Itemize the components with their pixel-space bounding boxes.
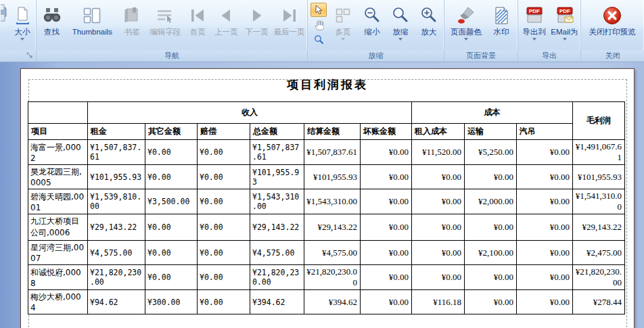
last-page-button[interactable]: 最后一页 (272, 2, 306, 37)
group-label-zoom: 放缩 (308, 50, 444, 62)
amount-cell: ¥116.18 (412, 290, 465, 314)
edit-fields-button[interactable]: 编辑字段 (146, 2, 185, 37)
amount-cell: ¥4,575.00 (250, 241, 304, 265)
amount-cell: ¥0.00 (517, 140, 573, 165)
ribbon-group-navigation: 查找 Thumbnails (37, 0, 308, 62)
amount-cell: ¥0.00 (465, 290, 517, 314)
page-size-button[interactable]: 大小 (9, 2, 35, 41)
thumbnails-icon (83, 3, 101, 28)
button-label: EMail为 (551, 28, 578, 37)
amount-cell: ¥0.00 (145, 265, 198, 290)
amount-cell: ¥4,575.00 (88, 241, 145, 265)
amount-cell: ¥300.00 (145, 290, 198, 314)
report-title: 项目利润报表 (21, 77, 634, 93)
button-label: 放大 (421, 28, 437, 37)
table-row: 昊龙花园三期,0005¥101,955.93¥0.00¥0.00¥101,955… (28, 165, 625, 189)
amount-cell: ¥0.00 (361, 241, 412, 265)
page-color-button[interactable]: 页面颜色 (445, 2, 487, 41)
thumbnails-button[interactable]: Thumbnails (66, 2, 118, 37)
zoom-region-tool[interactable] (310, 32, 327, 47)
chevron-down-icon (464, 38, 468, 41)
amount-cell: ¥1,543,310.00 (304, 189, 361, 214)
project-cell: 星河湾三期,0007 (28, 241, 88, 265)
pan-hand-tool[interactable] (310, 18, 327, 32)
page-color-icon (456, 3, 476, 28)
table-row: 梅沙大桥,0004¥94.62¥300.00¥0.00¥394.62¥394.6… (28, 290, 625, 314)
watermark-button[interactable]: 水印 (487, 2, 515, 37)
column-header: 结算金额 (304, 124, 361, 140)
zoom-out-button[interactable]: 缩小 (358, 2, 386, 37)
multi-page-button[interactable]: 多页 (328, 2, 358, 41)
column-header: 运输 (465, 124, 517, 140)
select-pointer-tool[interactable] (310, 3, 327, 17)
amount-cell: ¥101,955.93 (573, 165, 625, 189)
amount-cell: ¥11,520.00 (412, 140, 465, 165)
column-header: 租金 (88, 124, 145, 140)
chevron-down-icon (341, 38, 345, 41)
income-group-header: 收入 (88, 102, 412, 124)
table-row: 星河湾三期,0007¥4,575.00¥0.00¥0.00¥4,575.00¥4… (28, 241, 625, 265)
bookmarks-button[interactable]: 书签 (118, 2, 146, 37)
project-cell: 海富一景,0002 (28, 140, 88, 165)
svg-text:PDF: PDF (559, 8, 570, 14)
zoom-in-button[interactable]: 放大 (415, 2, 443, 37)
book-bookmark-icon (122, 3, 141, 28)
watermark-icon (492, 3, 510, 28)
project-cell: 梅沙大桥,0004 (28, 290, 88, 314)
chevron-down-icon (563, 38, 567, 41)
pdf-export-icon: PDF (524, 3, 545, 28)
button-label: 编辑字段 (150, 28, 181, 37)
amount-cell: ¥1,539,810.00 (88, 189, 145, 214)
zoom-button[interactable]: 放缩 (386, 2, 415, 41)
dialog-launcher-icon[interactable] (26, 51, 34, 62)
prev-page-button[interactable]: 上一页 (211, 2, 242, 37)
ribbon-toolbar: 大小 (0, 0, 644, 62)
last-page-icon (281, 3, 298, 28)
ribbon-group-print: 大小 (0, 0, 37, 62)
amount-cell: ¥278.44 (573, 290, 625, 314)
column-header: 其它金额 (145, 124, 198, 140)
zoom-out-icon (363, 3, 382, 28)
amount-cell: ¥0.00 (145, 241, 198, 265)
amount-cell: ¥94.62 (88, 290, 145, 314)
email-as-button[interactable]: PDF EMail为 (549, 2, 580, 41)
amount-cell: ¥0.00 (145, 165, 198, 189)
project-cell: 碧海天晴园,0001 (28, 189, 88, 214)
amount-cell: ¥2,100.00 (465, 241, 517, 265)
first-page-button[interactable]: 首页 (185, 2, 211, 37)
amount-cell: ¥3,500.00 (145, 189, 198, 214)
button-label: 页面颜色 (451, 28, 482, 37)
amount-cell: ¥0.00 (198, 140, 250, 165)
button-label: 放缩 (393, 28, 409, 37)
next-page-button[interactable]: 下一页 (242, 2, 272, 37)
close-print-preview-button[interactable]: 关闭打印预览 (582, 2, 643, 37)
export-to-button[interactable]: PDF 导出到 (519, 2, 549, 41)
amount-cell: ¥0.00 (361, 140, 412, 165)
amount-cell: ¥0.00 (465, 265, 517, 290)
column-header: 坏账金额 (361, 124, 412, 140)
amount-cell: ¥0.00 (145, 214, 198, 241)
amount-cell: ¥0.00 (361, 265, 412, 290)
find-button[interactable]: 查找 (37, 2, 66, 37)
group-label-navigation: 导航 (37, 50, 307, 62)
ribbon-group-zoom: 多页 缩小 (308, 0, 444, 62)
group-label-export: 导出 (518, 50, 580, 62)
column-header: 租入成本 (412, 124, 465, 140)
ribbon-group-close: 关闭打印预览 关闭 (581, 0, 644, 62)
amount-cell: ¥4,575.00 (304, 241, 361, 265)
amount-cell: ¥29,143.22 (88, 214, 145, 241)
amount-cell: ¥0.00 (198, 214, 250, 241)
close-icon (602, 3, 622, 28)
amount-cell: ¥0.00 (361, 290, 412, 314)
amount-cell: ¥21,820,230.00 (573, 265, 625, 290)
group-label-page-background: 页面背景 (444, 50, 518, 62)
column-header: 汽吊 (517, 124, 573, 140)
amount-cell: ¥0.00 (412, 165, 465, 189)
amount-cell: ¥0.00 (517, 265, 573, 290)
cost-group-header: 成本 (412, 102, 573, 124)
column-header: 赔偿 (198, 124, 250, 140)
amount-cell: ¥0.00 (465, 165, 517, 189)
button-label: 上一页 (214, 28, 238, 37)
binoculars-icon (42, 3, 62, 28)
chevron-down-icon (398, 38, 402, 41)
